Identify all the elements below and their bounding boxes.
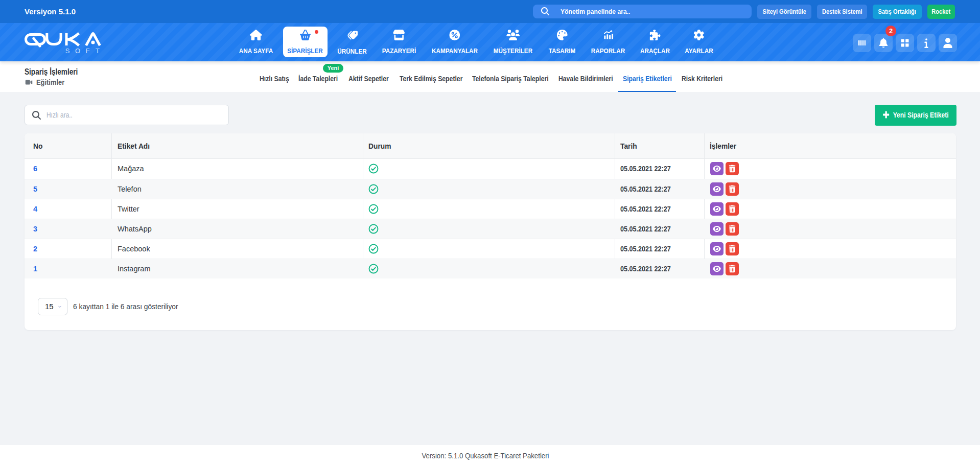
svg-text:T: T (96, 47, 100, 55)
svg-text:O: O (75, 47, 80, 55)
svg-text:S: S (65, 47, 70, 55)
svg-text:F: F (86, 47, 90, 55)
